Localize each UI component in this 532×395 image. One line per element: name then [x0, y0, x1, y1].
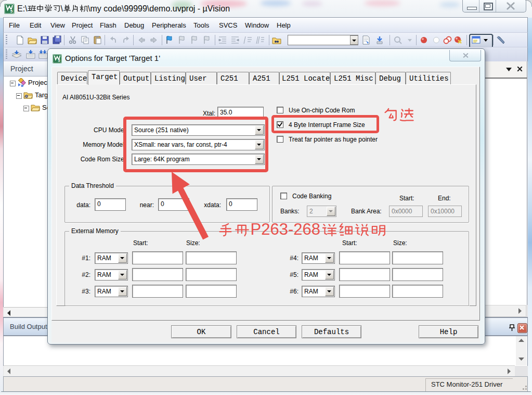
svg-text:5: 5 — [58, 58, 60, 63]
svg-text:5: 5 — [10, 9, 13, 14]
